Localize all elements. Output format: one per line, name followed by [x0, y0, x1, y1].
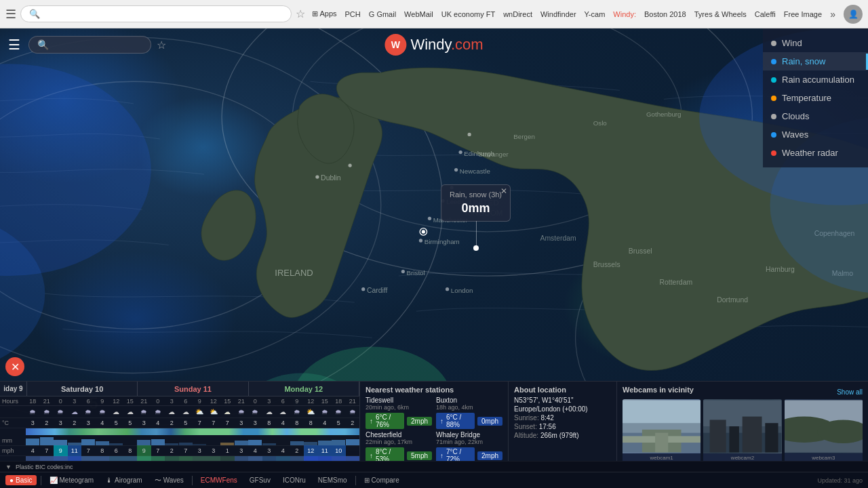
- panel-rain-accum[interactable]: Rain accumulation: [763, 70, 868, 89]
- bookmark-caleffi[interactable]: Caleffi: [752, 9, 778, 20]
- bookmark-gmail[interactable]: G Gmail: [366, 9, 399, 20]
- close-panel-button[interactable]: ✕: [5, 357, 24, 376]
- toolbar-basic[interactable]: ● Basic: [5, 475, 37, 485]
- hour-6a: 6: [81, 398, 96, 405]
- station-tideswell-info: Tideswell 20min ago, 6km: [366, 396, 409, 411]
- webcam-container: webcam1: [623, 399, 863, 467]
- hour-6c: 6: [276, 398, 290, 405]
- precip-bar-1: [26, 439, 39, 445]
- webcams-panel-title: Webcams in vicinity: [623, 386, 694, 394]
- wind-16: 3: [235, 445, 249, 456]
- toolbar-icon[interactable]: ICONru: [279, 475, 310, 485]
- search-icon: 🔍: [29, 9, 40, 19]
- wx-icon-12: ☁: [179, 408, 193, 415]
- location-search-input[interactable]: Rowland CP: [54, 40, 142, 50]
- icon-label: ICONru: [283, 476, 306, 484]
- hour-21c: 21: [235, 398, 249, 405]
- svg-text:Hamburg: Hamburg: [766, 266, 795, 273]
- about-sunrise-label: Sunrise:: [514, 414, 540, 422]
- hours-row: Hours 18 21 0 3 6 9 12 15 21 0 3 6 9 12 …: [0, 396, 359, 406]
- precip-bar-17: [248, 440, 262, 445]
- temp-8: 5: [123, 418, 138, 428]
- hour-12a: 12: [109, 398, 123, 405]
- basic-label: Basic: [16, 476, 32, 484]
- meteogram-label: Meteogram: [60, 476, 94, 484]
- toolbar-nems[interactable]: NEMSmo: [314, 475, 351, 485]
- wind-8: 8: [123, 445, 138, 456]
- hamburger-button[interactable]: ☰: [5, 34, 23, 56]
- bookmark-tyres[interactable]: Tyres & Wheels: [692, 9, 749, 20]
- wind-cells: 4 7 9 11 7 8 6 8 9 7 2 7 3 3 1 3 4: [26, 445, 359, 456]
- hour-3c: 3: [262, 398, 277, 405]
- bookmark-freeimages[interactable]: Free Images: [781, 9, 822, 20]
- popup-close-button[interactable]: ✕: [500, 186, 507, 196]
- station-chesterfield-name: Chesterfield: [366, 431, 412, 439]
- address-input[interactable]: Rowland CP: [45, 9, 283, 19]
- temp-20: 8: [290, 418, 304, 428]
- svg-point-17: [446, 287, 449, 291]
- bookmark-star[interactable]: ☆: [296, 7, 305, 20]
- toolbar-gfs[interactable]: GFSuv: [245, 475, 275, 485]
- svg-text:London: London: [451, 287, 473, 294]
- bookmark-apps[interactable]: ⊞ Apps: [309, 8, 340, 20]
- buxton-temp-val: 6°C / 88%: [446, 413, 471, 428]
- user-avatar[interactable]: 👤: [844, 5, 863, 24]
- temp-3: 3: [54, 418, 68, 428]
- about-panel-title: About location: [514, 386, 611, 394]
- panel-clouds[interactable]: Clouds: [763, 107, 868, 125]
- rain-accum-dot: [771, 77, 776, 83]
- panel-waves[interactable]: Waves: [763, 125, 868, 144]
- windy-logo[interactable]: W Windy.com: [384, 34, 483, 56]
- buxton-temp: ↑ 6°C / 88%: [436, 413, 475, 429]
- bookmark-webmail[interactable]: WebMail: [401, 9, 436, 20]
- about-altitude-value: 266m (979ft): [540, 432, 579, 439]
- bookmark-windy[interactable]: Windy:: [610, 9, 639, 20]
- panel-wind[interactable]: Wind: [763, 34, 868, 52]
- panel-rain-snow[interactable]: Rain, snow: [763, 52, 868, 70]
- right-panel: Wind Rain, snow Rain accumulation Temper…: [763, 28, 868, 167]
- day-block-sunday: Sunday 11: [138, 382, 248, 396]
- favorite-star[interactable]: ☆: [157, 39, 166, 52]
- panel-weather-radar[interactable]: Weather radar: [763, 144, 868, 162]
- svg-text:IRELAND: IRELAND: [275, 268, 313, 278]
- webcam-3[interactable]: webcam3: [785, 399, 863, 467]
- weather-icon-cells: 🌧 🌧 🌧 ☁ 🌧 🌧 ☁ ☁ 🌧 🌧 ☁ ☁ ⛅ ⛅ ☁ 🌧: [26, 408, 359, 415]
- svg-rect-56: [623, 401, 701, 424]
- bookmark-boston[interactable]: Boston 2018: [642, 9, 689, 20]
- temp-23: 5: [332, 418, 346, 428]
- webcam-2[interactable]: webcam2: [703, 399, 781, 467]
- toolbar-waves[interactable]: 〜 Waves: [151, 474, 188, 487]
- station-buxton-ago: 18h ago, 4km: [436, 404, 473, 411]
- buxton-wind: 0mph: [477, 417, 502, 426]
- station-whaley-name: Whaley Bridge: [436, 431, 483, 439]
- wx-icon-4: ☁: [68, 408, 82, 415]
- webcam-1[interactable]: webcam1: [623, 399, 701, 467]
- temp-1: 3: [26, 418, 40, 428]
- more-bookmarks[interactable]: »: [826, 7, 840, 21]
- rain-snow-label: Rain, snow: [782, 56, 825, 66]
- bookmark-ycam[interactable]: Y-cam: [582, 9, 608, 20]
- bookmark-ukeconomy[interactable]: UK economy FT: [439, 9, 498, 20]
- station-whaley: Whaley Bridge 71min ago, 22km: [436, 431, 502, 445]
- wind-17: 4: [248, 445, 262, 456]
- bookmark-wndirect[interactable]: wnDirect: [500, 9, 535, 20]
- bookmark-windfinder[interactable]: Windfinder: [538, 9, 579, 20]
- wx-icon-9: 🌧: [137, 408, 151, 415]
- toolbar-ecmwf[interactable]: ECMWFens: [197, 475, 241, 485]
- temp-24: 2: [346, 418, 360, 428]
- panel-temperature[interactable]: Temperature: [763, 89, 868, 107]
- wx-icon-20: 🌧: [290, 408, 304, 415]
- menu-icon[interactable]: ☰: [5, 7, 16, 22]
- toolbar-meteogram[interactable]: 📈 Meteogram: [45, 475, 98, 485]
- show-all-button[interactable]: Show all: [837, 387, 863, 396]
- toolbar-airogram[interactable]: 🌡 Airogram: [102, 475, 146, 485]
- temp-16: 3: [235, 418, 249, 428]
- bookmark-pch[interactable]: PCH: [342, 9, 363, 20]
- buxton-wind-val: 0mph: [481, 418, 498, 425]
- airogram-icon: 🌡: [106, 476, 113, 484]
- top-left-controls: ☰ 🔍 Rowland CP ☆: [5, 34, 166, 56]
- location-popup: Rain, snow (3h) 0mm ✕: [441, 184, 511, 222]
- svg-text:Gothenburg: Gothenburg: [646, 110, 682, 118]
- wind-dot: [771, 41, 776, 46]
- waves-label: Waves: [782, 129, 808, 140]
